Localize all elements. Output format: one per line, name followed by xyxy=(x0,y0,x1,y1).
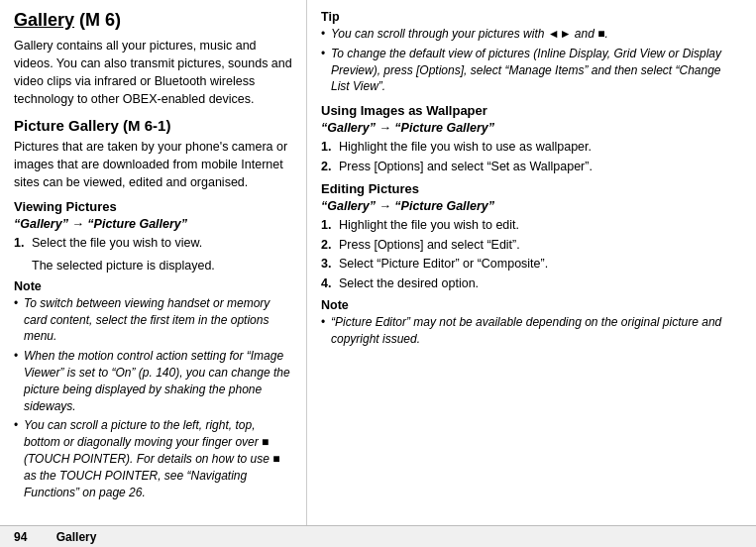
viewing-step-1: 1. Select the file you wish to view. xyxy=(14,235,292,253)
note1-label: Note xyxy=(14,279,292,293)
editing-step3-text: Select “Picture Editor” or “Composite”. xyxy=(339,257,548,271)
editing-path: “Gallery” → “Picture Gallery” xyxy=(321,199,742,213)
page-container: Gallery (M 6) Gallery contains all your … xyxy=(0,0,756,547)
left-column: Gallery (M 6) Gallery contains all your … xyxy=(0,0,307,547)
editing-step-1: 1. Highlight the file you wish to edit. xyxy=(321,217,742,235)
right-column: Tip You can scroll through your pictures… xyxy=(307,0,756,547)
tip-item-2: To change the default view of pictures (… xyxy=(321,46,742,95)
tip-label: Tip xyxy=(321,10,742,24)
title-suffix: (M 6) xyxy=(74,10,121,30)
wallpaper-step2-text: Press [Options] and select “Set as Wallp… xyxy=(339,160,593,173)
wallpaper-step-2: 2. Press [Options] and select “Set as Wa… xyxy=(321,159,742,176)
wallpaper-steps: 1. Highlight the file you wish to use as… xyxy=(321,139,742,175)
viewing-steps: 1. Select the file you wish to view. xyxy=(14,235,292,253)
note1-list: To switch between viewing handset or mem… xyxy=(14,295,292,501)
viewing-step1-sub: The selected picture is displayed. xyxy=(14,258,292,275)
note2-label: Note xyxy=(321,298,742,312)
wallpaper-heading: Using Images as Wallpaper xyxy=(321,103,742,118)
section1-intro: Pictures that are taken by your phone's … xyxy=(14,138,292,191)
section1-heading: Picture Gallery (M 6-1) xyxy=(14,117,292,134)
editing-step-4: 4. Select the desired option. xyxy=(321,275,742,293)
editing-num-1: 1. xyxy=(321,217,331,235)
viewing-path: “Gallery” → “Picture Gallery” xyxy=(14,217,292,231)
editing-steps: 1. Highlight the file you wish to edit. … xyxy=(321,217,742,292)
intro-paragraph: Gallery contains all your pictures, musi… xyxy=(14,37,292,109)
note1-item-2: When the motion control action setting f… xyxy=(14,348,292,414)
footer-label: Gallery xyxy=(56,530,97,544)
editing-num-2: 2. xyxy=(321,237,331,255)
editing-heading: Editing Pictures xyxy=(321,181,742,196)
step-num-1: 1. xyxy=(321,139,331,157)
editing-num-3: 3. xyxy=(321,256,331,274)
wallpaper-step-1: 1. Highlight the file you wish to use as… xyxy=(321,139,742,157)
note1-item-3: You can scroll a picture to the left, ri… xyxy=(14,417,292,500)
step-num-2: 2. xyxy=(321,159,331,176)
editing-num-4: 4. xyxy=(321,275,331,293)
wallpaper-path: “Gallery” → “Picture Gallery” xyxy=(321,121,742,135)
wallpaper-step1-text: Highlight the file you wish to use as wa… xyxy=(339,140,592,154)
editing-step4-text: Select the desired option. xyxy=(339,276,479,290)
editing-step-2: 2. Press [Options] and select “Edit”. xyxy=(321,237,742,255)
editing-step-3: 3. Select “Picture Editor” or “Composite… xyxy=(321,256,742,274)
tip-list: You can scroll through your pictures wit… xyxy=(321,26,742,95)
note1-item-1: To switch between viewing handset or mem… xyxy=(14,295,292,345)
tip-item-1: You can scroll through your pictures wit… xyxy=(321,26,742,43)
editing-step1-text: Highlight the file you wish to edit. xyxy=(339,218,519,232)
viewing-step1-text: Select the file you wish to view. xyxy=(32,236,202,250)
footer-page: 94 xyxy=(14,530,27,544)
step-num-1: 1. xyxy=(14,235,24,253)
viewing-heading: Viewing Pictures xyxy=(14,199,292,214)
footer-spacer xyxy=(35,530,48,544)
title-underlined: Gallery xyxy=(14,10,74,30)
note2-item-1: “Picture Editor” may not be available de… xyxy=(321,314,742,348)
footer-bar: 94 Gallery xyxy=(0,525,756,547)
page-title: Gallery (M 6) xyxy=(14,10,292,31)
note2-list: “Picture Editor” may not be available de… xyxy=(321,314,742,348)
editing-step2-text: Press [Options] and select “Edit”. xyxy=(339,238,520,252)
